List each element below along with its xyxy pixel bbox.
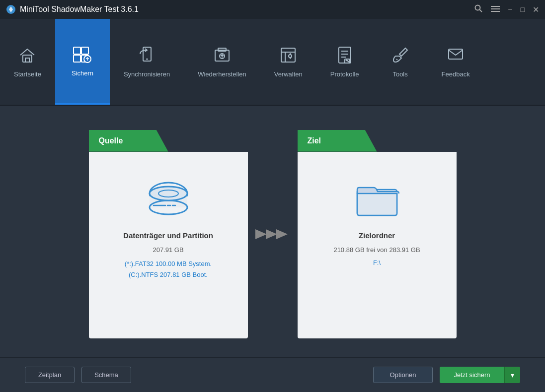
- nav-protokolle[interactable]: Protokolle: [316, 19, 373, 105]
- source-header-green: Quelle: [89, 130, 168, 152]
- arrow-area: [248, 222, 298, 247]
- search-icon[interactable]: [474, 4, 483, 15]
- svg-marker-41: [255, 229, 267, 239]
- nav-verwalten-label: Verwalten: [274, 70, 303, 78]
- target-icon-area: [355, 180, 399, 221]
- svg-marker-43: [276, 229, 288, 239]
- source-partitions: (*:).FAT32 100.00 MB System. (C:).NTFS 2…: [117, 259, 220, 280]
- title-bar: MiniTool ShadowMaker Test 3.6.1 − □ ✕: [0, 0, 545, 19]
- menu-icon[interactable]: [491, 4, 500, 15]
- forward-arrows-icon: [253, 222, 293, 247]
- svg-rect-7: [25, 58, 29, 62]
- nav-feedback[interactable]: Feedback: [428, 19, 484, 105]
- jetzt-sichern-group: Jetzt sichern ▾: [440, 367, 520, 383]
- svg-line-31: [396, 59, 397, 60]
- backup-area: Quelle Datenträger und Partition 207.91 …: [25, 121, 520, 347]
- zeitplan-button[interactable]: Zeitplan: [25, 367, 75, 383]
- feedback-icon: [447, 46, 465, 66]
- nav-startseite-label: Startseite: [14, 70, 41, 78]
- nav-synchronisieren-label: Synchronisieren: [124, 70, 170, 78]
- app-title: MiniTool ShadowMaker Test 3.6.1: [20, 5, 139, 14]
- minimize-icon[interactable]: −: [508, 5, 512, 14]
- target-free: 210.88 GB frei von 283.91 GB: [333, 245, 420, 256]
- tools-icon: [391, 46, 409, 66]
- svg-line-2: [480, 9, 482, 12]
- nav-tools[interactable]: Tools: [373, 19, 428, 105]
- source-header-label: Quelle: [99, 136, 123, 145]
- nav-wiederherstellen[interactable]: Wiederherstellen: [184, 19, 260, 105]
- jetzt-sichern-dropdown-button[interactable]: ▾: [504, 367, 520, 383]
- jetzt-sichern-button[interactable]: Jetzt sichern: [440, 367, 504, 383]
- nav-verwalten[interactable]: Verwalten: [260, 19, 316, 105]
- folder-icon: [355, 180, 399, 219]
- title-left: MiniTool ShadowMaker Test 3.6.1: [6, 4, 139, 14]
- close-icon[interactable]: ✕: [533, 5, 539, 14]
- app-logo-icon: [6, 4, 16, 14]
- target-title: Zielordner: [359, 231, 395, 240]
- source-size: 207.91 GB: [153, 245, 183, 256]
- svg-rect-10: [74, 55, 80, 62]
- sync-icon: [138, 46, 156, 66]
- home-icon: [18, 46, 36, 66]
- title-controls: − □ ✕: [474, 4, 539, 15]
- backup-icon: [73, 45, 92, 65]
- schema-button[interactable]: Schema: [81, 367, 131, 383]
- restore-icon: [213, 46, 231, 66]
- bottom-bar: Zeitplan Schema Optionen Jetzt sichern ▾: [0, 357, 545, 392]
- source-card[interactable]: Quelle Datenträger und Partition 207.91 …: [89, 130, 248, 338]
- svg-rect-8: [74, 47, 80, 54]
- nav-sichern[interactable]: Sichern: [55, 19, 110, 105]
- optionen-button[interactable]: Optionen: [373, 367, 433, 383]
- nav-feedback-label: Feedback: [442, 70, 470, 78]
- maximize-icon[interactable]: □: [521, 5, 525, 13]
- target-card[interactable]: Ziel Zielordner 210.88 GB frei von 283.9…: [298, 130, 457, 338]
- nav-synchronisieren[interactable]: Synchronisieren: [110, 19, 184, 105]
- manage-icon: [279, 46, 297, 66]
- bottom-left: Zeitplan Schema: [25, 367, 131, 383]
- nav-wiederherstellen-label: Wiederherstellen: [198, 70, 246, 78]
- source-icon-area: [144, 180, 193, 221]
- svg-rect-32: [449, 49, 463, 59]
- svg-point-23: [289, 55, 292, 58]
- bottom-right: Optionen Jetzt sichern ▾: [373, 367, 520, 383]
- svg-rect-20: [281, 48, 295, 62]
- navbar: Startseite Sichern Synchr: [0, 19, 545, 106]
- target-header-label: Ziel: [308, 136, 321, 145]
- main-content: Quelle Datenträger und Partition 207.91 …: [0, 106, 545, 357]
- svg-rect-9: [81, 47, 88, 54]
- source-title: Datenträger und Partition: [123, 231, 213, 240]
- svg-point-36: [150, 187, 187, 200]
- target-header-green: Ziel: [298, 130, 377, 152]
- log-icon: [336, 46, 354, 66]
- nav-sichern-label: Sichern: [72, 69, 93, 77]
- target-path: F:\: [373, 258, 381, 268]
- nav-protokolle-label: Protokolle: [330, 70, 359, 78]
- nav-tools-label: Tools: [392, 70, 407, 78]
- drive-icon: [144, 180, 193, 219]
- svg-marker-42: [266, 229, 277, 239]
- svg-point-1: [475, 5, 480, 10]
- nav-startseite[interactable]: Startseite: [0, 19, 55, 105]
